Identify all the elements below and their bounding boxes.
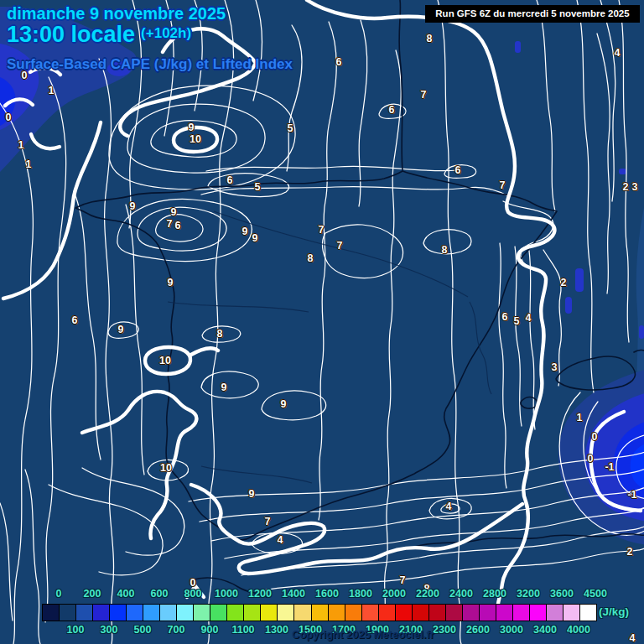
cape-speck — [565, 297, 572, 314]
colorbar-tick-label: 1000 — [215, 588, 238, 600]
colorbar-tick-label: 600 — [151, 588, 169, 600]
lifted-index-value: 6 — [175, 220, 181, 231]
colorbar-cell — [564, 605, 580, 621]
lifted-index-value: 6 — [455, 164, 461, 176]
lifted-index-value: 9 — [130, 200, 136, 212]
lifted-index-value: 9 — [252, 232, 258, 244]
colorbar-cell — [446, 605, 463, 621]
colorbar-tick-label: 2000 — [382, 588, 406, 600]
lifted-index-value: 4 — [630, 632, 636, 644]
colorbar-cell — [160, 605, 177, 621]
lifted-index-value: 10 — [160, 462, 172, 474]
copyright-text: Copyright 2025 Meteociel.fr — [292, 628, 434, 641]
lifted-index-value: 2 — [561, 277, 567, 288]
colorbar-tick-label: 3000 — [500, 624, 523, 636]
colorbar-tick-label: 4000 — [567, 624, 590, 636]
lifted-index-value: 4 — [526, 312, 532, 324]
run-info-box: Run GFS 6Z du mercredi 5 novembre 2025 — [425, 5, 640, 23]
lifted-index-value: 2 — [627, 546, 633, 558]
colorbar-cell — [244, 605, 261, 621]
cape-speck — [619, 169, 626, 174]
colorbar-tick-label: 300 — [101, 624, 118, 636]
lifted-index-value: 6 — [72, 314, 78, 326]
colorbar-tick-label: 2300 — [433, 624, 456, 636]
colorbar-cell — [312, 605, 329, 621]
lifted-index-value: 5 — [255, 181, 261, 193]
lifted-index-value: 1 — [49, 85, 55, 96]
colorbar-cell — [396, 605, 413, 621]
lifted-index-value: 8 — [308, 252, 314, 264]
lifted-index-value: 7 — [319, 224, 325, 236]
colorbar-tick-label: 200 — [84, 588, 101, 600]
colorbar-tick-label: 3400 — [533, 624, 557, 636]
colorbar-tick-label: 1100 — [231, 624, 254, 636]
lifted-index-value: 9 — [281, 398, 287, 410]
weather-map — [0, 0, 644, 644]
forecast-offset: (+102h) — [141, 25, 191, 41]
lifted-index-value: 6 — [502, 311, 508, 323]
colorbar-tick-label: 1200 — [248, 588, 272, 600]
cape-speck — [575, 268, 584, 292]
date-title: dimanche 9 novembre 2025 — [7, 4, 226, 23]
colorbar-cell — [413, 605, 429, 621]
colorbar-unit: (J/kg) — [599, 605, 629, 618]
colorbar-tick-label: 1800 — [349, 588, 372, 600]
lifted-index-value: 7 — [337, 240, 343, 252]
lifted-index-value: 7 — [265, 516, 271, 527]
colorbar-tick-label: 900 — [201, 624, 219, 636]
colorbar-cell — [480, 605, 496, 621]
time-title: 13:00 locale(+102h) — [7, 22, 191, 48]
lifted-index-value: 7 — [421, 89, 427, 101]
colorbar-cell — [93, 605, 110, 621]
colorbar — [42, 604, 597, 621]
colorbar-cell — [345, 605, 362, 621]
lifted-index-value: 7 — [400, 574, 406, 586]
colorbar-tick-label: 2400 — [449, 588, 473, 600]
lifted-index-value: 1 — [18, 139, 24, 151]
colorbar-cell — [210, 605, 227, 621]
lifted-index-value: 4 — [615, 47, 621, 59]
colorbar-cell — [177, 605, 194, 621]
colorbar-cell — [496, 605, 513, 621]
lifted-index-value: 1 — [577, 412, 583, 423]
lifted-index-value: 10 — [190, 133, 201, 145]
colorbar-tick-label: 1400 — [282, 588, 305, 600]
lifted-index-value: 9 — [242, 226, 248, 237]
lifted-index-value: 1 — [26, 158, 32, 170]
lifted-index-value: 7 — [167, 218, 173, 230]
lifted-index-value: 9 — [171, 206, 177, 218]
colorbar-tick-label: 4500 — [584, 588, 607, 600]
weather-map-page: 0101191056876465672399769978789698109926… — [0, 0, 644, 644]
cape-speck — [639, 325, 644, 339]
colorbar-cell — [362, 605, 379, 621]
lifted-index-value: 8 — [427, 33, 433, 44]
colorbar-cell — [429, 605, 446, 621]
lifted-index-value: 2 — [623, 181, 629, 193]
lifted-index-value: 8 — [442, 244, 448, 256]
colorbar-cell — [329, 605, 345, 621]
lifted-index-value: 8 — [217, 328, 223, 340]
colorbar-tick-label: 800 — [184, 588, 202, 600]
colorbar-tick-label: 3600 — [550, 588, 574, 600]
lifted-index-value: 6 — [336, 56, 342, 68]
lifted-index-value: -1 — [627, 489, 636, 501]
lifted-index-value: 0 — [6, 112, 12, 123]
lifted-index-value: 5 — [288, 122, 293, 134]
colorbar-cell — [513, 605, 530, 621]
colorbar-cell — [110, 605, 127, 621]
lifted-index-value: 6 — [227, 174, 233, 186]
colorbar-cell — [463, 605, 480, 621]
lifted-index-value: 9 — [249, 488, 255, 500]
colorbar-cell — [294, 605, 311, 621]
lifted-index-value: 10 — [159, 355, 171, 366]
lifted-index-value: 0 — [190, 577, 196, 589]
cape-speck — [515, 41, 521, 53]
colorbar-tick-label: 400 — [117, 588, 135, 600]
local-time: 13:00 locale — [7, 22, 135, 47]
colorbar-cell — [76, 605, 93, 621]
lifted-index-value: 9 — [168, 277, 174, 288]
colorbar-cell — [547, 605, 564, 621]
colorbar-cell — [143, 605, 160, 621]
colorbar-cell — [227, 605, 244, 621]
colorbar-tick-label: 1600 — [315, 588, 339, 600]
